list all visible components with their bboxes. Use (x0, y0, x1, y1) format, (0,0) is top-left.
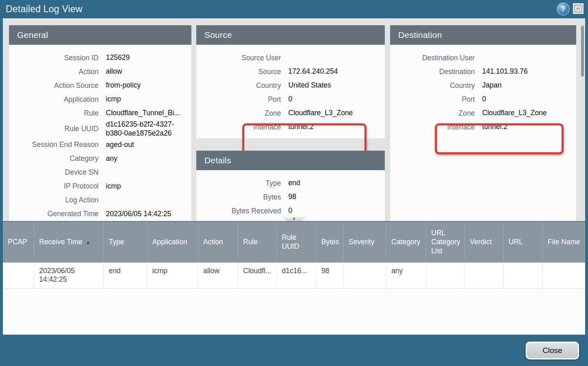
field-value: Cloudflare_L3_Zone (482, 109, 547, 118)
column-header-bytes[interactable]: Bytes (316, 222, 344, 263)
field-value: 98 (288, 193, 296, 202)
table-cell-rule[interactable]: Cloudfl... (238, 263, 277, 289)
column-header-verdict[interactable]: Verdict (465, 222, 504, 263)
field-label: Device SN (12, 168, 99, 177)
column-header-file-name[interactable]: File Name (543, 222, 585, 263)
table-cell-application[interactable]: icmp (147, 263, 198, 289)
vertical-scrollbar-thumb[interactable] (581, 26, 584, 77)
table-cell-file-name[interactable] (543, 263, 585, 289)
table-cell-type[interactable]: end (104, 263, 147, 289)
panel-general-body: Session ID 125629 Action allow Action So… (9, 45, 191, 221)
field-row-bytes-received: Bytes Received 0 (200, 204, 381, 218)
field-value: 2023/06/05 14:42:25 (106, 210, 171, 219)
column-header-type[interactable]: Type (104, 222, 147, 263)
field-label: Category (12, 154, 99, 163)
table-cell-url[interactable] (504, 263, 543, 289)
field-row-source-port: Port 0 (200, 92, 381, 106)
column-header-pcap[interactable]: PCAP (3, 222, 34, 263)
table-cell-action[interactable]: allow (198, 263, 238, 289)
field-row-destination-interface: Interface tunnel.2 (393, 120, 572, 134)
field-value: Cloudflare_Tunnel_Bi... (106, 109, 180, 118)
table-cell-severity[interactable] (344, 263, 386, 289)
column-header-receive-time[interactable]: Receive Time▲ (34, 222, 104, 263)
field-row-destination-country: Country Japan (393, 79, 572, 92)
field-row-source-zone: Zone Cloudflare_L3_Zone (200, 106, 381, 120)
column-header-label: Type (109, 238, 124, 247)
table-cell-receive-time[interactable]: 2023/06/05 14:42:25 (34, 263, 104, 289)
column-header-label: Action (203, 238, 223, 247)
column-header-application[interactable]: Application (147, 222, 198, 263)
field-value: tunnel.2 (482, 123, 507, 131)
field-value: d1c16235-b2f2-4327-b380-0ae1875e2a26 (106, 120, 186, 138)
field-label: Zone (200, 109, 281, 118)
window-restore-icon[interactable] (573, 3, 584, 14)
column-header-url-category-list[interactable]: URL Category List (426, 222, 465, 263)
field-row-rule-uuid: Rule UUID d1c16235-b2f2-4327-b380-0ae187… (12, 120, 187, 138)
field-row-session-end-reason: Session End Reason aged-out (12, 138, 187, 152)
panel-source: Source Source User Source 172.64.240.254… (196, 25, 385, 138)
table-cell-verdict[interactable] (465, 263, 504, 289)
panel-details: Details Type end Bytes 98 Bytes Received… (196, 151, 385, 221)
field-label: Generated Time (12, 210, 99, 218)
field-label: Destination (393, 68, 475, 76)
column-header-label: Severity (349, 238, 374, 247)
table-cell-pcap[interactable] (3, 263, 34, 289)
detailed-log-view-dialog: Detailed Log View ? General Session ID 1… (0, 0, 588, 366)
field-row-bytes: Bytes 98 (200, 190, 381, 204)
vertical-scrollbar[interactable] (580, 21, 585, 219)
field-row-action-source: Action Source from-policy (12, 79, 187, 92)
dialog-title: Detailed Log View (6, 4, 82, 15)
field-row-ip-protocol: IP Protocol icmp (12, 180, 187, 193)
log-detail-scroll-area: General Session ID 125629 Action allow A… (3, 18, 585, 221)
field-row-source-user: Source User (200, 51, 381, 65)
field-value: 172.64.240.254 (288, 67, 338, 76)
field-row-generated-time: Generated Time 2023/06/05 14:42:25 (12, 207, 187, 221)
log-table-section: PCAP Receive Time▲ Type Application Acti… (3, 221, 585, 335)
close-button[interactable]: Close (526, 342, 579, 359)
field-label: Log Action (12, 196, 99, 204)
field-label: Action Source (12, 81, 99, 90)
panel-details-body: Type end Bytes 98 Bytes Received 0 (196, 170, 385, 221)
field-row-destination-zone: Zone Cloudflare_L3_Zone (393, 106, 572, 120)
table-cell-bytes[interactable]: 98 (316, 263, 344, 289)
column-header-label: Category (391, 238, 420, 247)
panel-general: General Session ID 125629 Action allow A… (9, 25, 191, 221)
field-label: Country (200, 81, 281, 90)
field-row-device-sn: Device SN (12, 166, 187, 180)
field-value: allow (106, 67, 122, 76)
table-cell-rule-uuid[interactable]: d1c16... (277, 263, 316, 289)
field-value: 0 (482, 95, 486, 104)
help-icon[interactable]: ? (557, 3, 569, 15)
field-label: Country (393, 81, 475, 90)
column-header-severity[interactable]: Severity (344, 222, 386, 263)
table-cell-url-category-list[interactable] (426, 263, 465, 289)
chevron-down-icon: ▼ (292, 217, 296, 221)
panel-destination-body: Destination User Destination 141.101.93.… (390, 45, 576, 139)
titlebar: Detailed Log View ? (0, 0, 588, 18)
column-header-label: Rule UUID (282, 233, 312, 251)
field-value: 0 (288, 95, 292, 104)
column-header-label: URL Category List (431, 229, 461, 256)
column-header-rule-uuid[interactable]: Rule UUID (277, 222, 316, 263)
panel-details-title: Details (196, 151, 385, 170)
column-header-rule[interactable]: Rule (238, 222, 277, 263)
field-value: 0 (288, 206, 292, 215)
field-row-application: Application icmp (12, 92, 187, 106)
column-header-url[interactable]: URL (504, 222, 543, 263)
window-restore-icon-inner (575, 7, 581, 11)
column-header-action[interactable]: Action (198, 222, 238, 263)
column-header-category[interactable]: Category (386, 222, 426, 263)
field-value: 141.101.93.76 (482, 67, 528, 76)
field-label: Bytes Received (200, 207, 281, 215)
field-label: Interface (393, 123, 475, 131)
column-header-label: Rule (243, 238, 258, 247)
field-value: tunnel.2 (288, 123, 314, 131)
table-cell-category[interactable]: any (386, 263, 426, 289)
field-row-action: Action allow (12, 65, 187, 79)
field-row-source: Source 172.64.240.254 (200, 65, 381, 79)
field-value: aged-out (106, 140, 134, 149)
field-value: icmp (106, 182, 121, 191)
field-row-log-action: Log Action (12, 193, 187, 207)
field-label: Source (200, 68, 281, 76)
log-table: PCAP Receive Time▲ Type Application Acti… (3, 222, 585, 289)
